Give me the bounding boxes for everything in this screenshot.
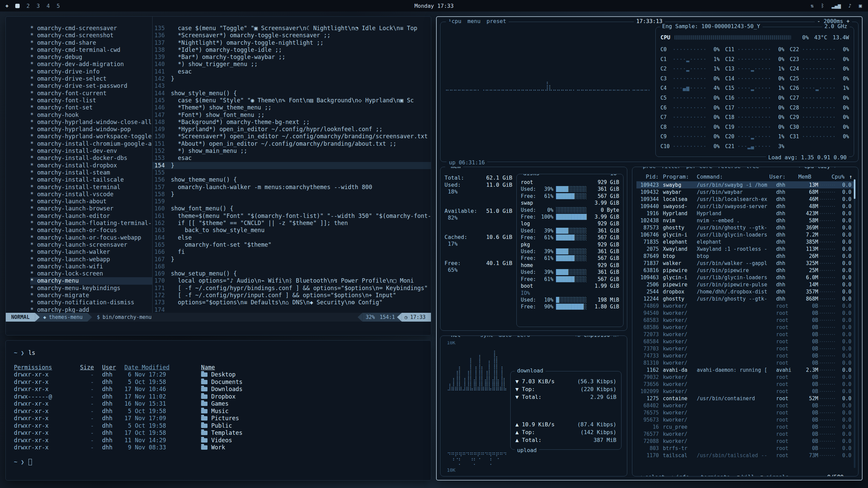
process-row[interactable]: 73703 kworker/ root 0B 0.0 [636, 345, 854, 352]
column-program[interactable]: Program: [663, 172, 697, 181]
proc-scrollbar-thumb[interactable] [854, 179, 855, 199]
net-zero-toggle[interactable]: zero [517, 336, 530, 338]
file-tree-item[interactable]: * omarchy-cmd-terminal-cwd [30, 46, 152, 54]
scroll-up-icon[interactable]: ↑ [847, 172, 854, 181]
proc-tree-toggle[interactable]: tree [746, 167, 759, 169]
code-line[interactable]: 174 [153, 306, 431, 313]
arrows-icon[interactable]: ⇅ [811, 3, 814, 9]
file-tree-item[interactable]: * omarchy-font-current [30, 90, 152, 97]
code-line[interactable]: 164 else [153, 234, 431, 241]
code-line[interactable]: 155 [153, 169, 431, 176]
code-line[interactable]: 162 if [[ "$theme" == "CNCLD" || -z "$th… [153, 220, 431, 227]
volume-icon[interactable]: ♪ [848, 3, 851, 9]
code-line[interactable]: 149 *Hyprland*) open_in_editor ~/.config… [153, 126, 431, 133]
process-row[interactable]: 72073 kworker/ root 0B 0.0 [636, 331, 854, 338]
process-row[interactable]: 71837 walker /usr/bin/walker --gappl dhh… [636, 260, 854, 267]
code-line[interactable]: 169 show_setup_menu() { [153, 270, 431, 277]
code-line[interactable]: 142 } [153, 75, 431, 82]
process-row[interactable]: 109440 swayosd- /usr/lib/swayosd-server … [636, 203, 854, 210]
file-tree-item[interactable]: * omarchy-font-set [30, 104, 152, 111]
file-tree-item[interactable]: * omarchy-install-vscode [30, 191, 152, 198]
process-row[interactable]: 68586 kworker/ root 0B 0.0 [636, 324, 854, 331]
file-tree-item[interactable]: * omarchy-hyprland-window-pop [30, 126, 152, 133]
display-icon[interactable]: ▣ [859, 3, 862, 9]
process-row[interactable]: 2544 dropbox /home/dhh/.dropbox-dist dhh… [636, 288, 854, 295]
tab-io[interactable]: io [608, 174, 619, 177]
process-row[interactable]: 106746 glycin-i /usr/lib/glycin-loaders … [636, 231, 854, 238]
file-tree-item[interactable]: * omarchy-cmd-screensaver [30, 25, 152, 32]
code-line[interactable]: 160 show_font_menu() { [153, 205, 431, 212]
code-line[interactable]: 136 *Screensaver*) omarchy-toggle-screen… [153, 32, 431, 39]
process-row[interactable]: 1162 avahi-da avahi-daemon: running [ av… [636, 366, 854, 373]
process-row[interactable]: 74733 kworker/ root 0B 0.0 [636, 352, 854, 359]
footer-signals[interactable]: ⌦signals [761, 474, 789, 476]
file-tree-item[interactable]: * omarchy-install-docker-dbs [30, 155, 152, 162]
file-tree-item[interactable]: * omarchy-install-dropbox [30, 162, 152, 169]
process-row[interactable]: 94540 kworker/ root 0B 0.0 [636, 309, 854, 317]
file-tree-item[interactable]: * omarchy-launch-screensaver [30, 241, 152, 248]
file-tree-item[interactable]: * omarchy-launch-walker [30, 248, 152, 256]
process-row[interactable]: 109463 glycin-i /usr/lib/glycin-loaders … [636, 274, 854, 281]
command-line-area[interactable] [6, 322, 431, 335]
process-row[interactable]: 72088 kworker/ root 0B 0.0 [636, 438, 854, 445]
process-row[interactable]: 68584 kworker/ root 0B 0.0 [636, 338, 854, 345]
code-line[interactable]: 161 theme=$(menu "Font" "$(omarchy-font-… [153, 212, 431, 220]
code-line[interactable]: 147 *Font*) show_font_menu ;; [153, 111, 431, 119]
code-line[interactable]: 167 } [153, 256, 431, 263]
file-tree-item[interactable]: * omarchy-lock-screen [30, 270, 152, 277]
workspace-active-indicator[interactable] [15, 4, 20, 8]
column-mem[interactable]: MemB [792, 172, 811, 181]
footer-info[interactable]: ↓info [671, 474, 689, 476]
process-row[interactable]: 1916 Hyprland Hyprland dhh 423M 0.0 [636, 210, 854, 217]
file-tree-item[interactable]: * omarchy-install-dev-env [30, 147, 152, 155]
net-sync-toggle[interactable]: sync [480, 336, 493, 338]
process-row[interactable]: 16 rcu_pree root 0B 0.0 [636, 423, 854, 430]
workspace-button[interactable]: 5 [57, 3, 60, 9]
code-line[interactable]: 168 [153, 263, 431, 270]
file-tree-item[interactable]: * omarchy-install-tailscale [30, 176, 152, 183]
code-line[interactable]: 163 back_to show_style_menu [153, 227, 431, 234]
file-tree-item[interactable]: * omarchy-cmd-share [30, 39, 152, 46]
column-user[interactable]: User: [769, 172, 792, 181]
prompt-line-empty[interactable]: ~ ❯ [14, 459, 431, 466]
code-line[interactable]: 173 options="$options\n≡ Defaults\n⌂ DNS… [153, 299, 431, 306]
iface-next-button[interactable]: n› [613, 336, 620, 338]
code-line[interactable]: 159 [153, 198, 431, 205]
tab-net[interactable]: ³net [445, 336, 463, 338]
code-line[interactable]: 137 *Nightlight*) omarchy-toggle-nightli… [153, 39, 431, 46]
code-line[interactable]: 138 *Idle*) omarchy-toggle-idle ;; [153, 46, 431, 54]
poll-decrease-button[interactable]: - [817, 18, 821, 24]
iface-prev-button[interactable]: ‹b [574, 336, 580, 338]
process-row[interactable]: 63816 pipewire /usr/bin/pipewire dhh 25M… [636, 267, 854, 274]
column-cpu[interactable]: Cpu% [830, 172, 847, 181]
file-tree-item[interactable]: * omarchy-drive-info [30, 68, 152, 75]
file-tree-item[interactable]: * omarchy-launch-wifi [30, 263, 152, 270]
code-line[interactable]: 140 *) show_trigger_menu ;; [153, 61, 431, 68]
footer-select[interactable]: ↑select [640, 474, 665, 476]
file-tree-item[interactable]: * omarchy-menu-keybindings [30, 285, 152, 292]
code-line[interactable]: 145 case $(menu "Style" "◉ Theme\n✎ Font… [153, 97, 431, 104]
process-row[interactable]: 71835 elephant elephant dhh 385M 0.0 [636, 238, 854, 245]
process-row[interactable]: 12244 ghostty /usr/bin/ghostty --gtk- dh… [636, 295, 854, 302]
proc-filter-button[interactable]: filter [661, 167, 681, 169]
code-line[interactable]: 171 [ -f ~/.config/hypr/bindings.conf ] … [153, 285, 431, 292]
process-row[interactable]: 109432 waybar /usr/bin/waybar dhh 68M 0.… [636, 188, 854, 196]
launcher-icon[interactable]: ❖ [5, 3, 8, 9]
code-line[interactable]: 153 esac [153, 155, 431, 162]
process-row[interactable]: 1275 containe /usr/bin/containerd root 5… [636, 395, 854, 402]
file-tree-item[interactable]: * omarchy-migrate [30, 292, 152, 299]
process-row[interactable]: 109423 swaybg /usr/bin/swaybg -i /hom dh… [636, 181, 854, 188]
code-line[interactable]: 151 *About*) open_in_editor ~/.config/om… [153, 140, 431, 147]
file-tree-item[interactable]: * omarchy-notification-dismiss [30, 299, 152, 306]
code-line[interactable]: 135 case $(menu "Toggle" "▣ Screensaver\… [153, 25, 431, 32]
process-row[interactable]: 74869 kworker/ root 0B 0.0 [636, 302, 854, 309]
code-line[interactable]: 172 [ -f ~/.config/hypr/input.conf ] && … [153, 292, 431, 299]
file-tree-item[interactable]: * omarchy-drive-select [30, 75, 152, 82]
process-row[interactable]: 79032 kworker/ root 0B 0.0 [636, 373, 854, 381]
code-line[interactable]: 154 } [153, 162, 431, 169]
workspace-button[interactable]: 2 [26, 3, 30, 9]
file-tree-item[interactable]: * omarchy-drive-set-password [30, 82, 152, 89]
tab-mem[interactable]: ²mem [445, 167, 463, 169]
process-row[interactable]: 102438 nvim nvim --embed . dhh 58M 0.0 [636, 217, 854, 224]
process-row[interactable]: 76575 kworker/ root 0B 0.0 [636, 409, 854, 416]
